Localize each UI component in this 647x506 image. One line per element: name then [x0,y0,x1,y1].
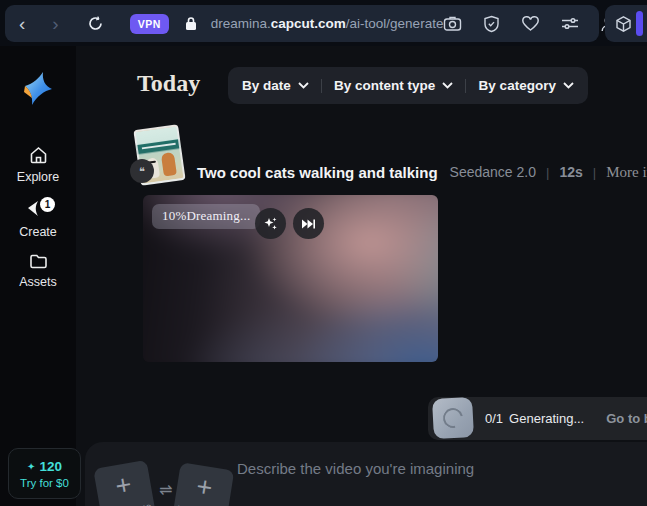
sidebar-item-create[interactable]: 1 Create [0,199,76,239]
prompt-composer-panel: + First frame ⇌ + Last frame Describe th… [85,442,647,506]
loading-spinner-icon [439,404,467,432]
heart-icon[interactable] [521,15,540,32]
more-info-link[interactable]: More info ⓘ [606,163,647,181]
filter-divider [321,79,322,93]
meta-divider: | [593,165,596,180]
generation-model: Seedance 2.0 [450,164,536,180]
skip-forward-icon [301,218,316,230]
chevron-down-icon [442,82,453,89]
create-icon: 1 [25,199,51,219]
generation-duration: 12s [559,164,582,180]
filter-label: By content type [334,78,435,93]
toolbar-actions [443,15,621,33]
sparkle-icon: ✦ [27,461,35,472]
filter-by-content-type[interactable]: By content type [334,78,453,93]
page-title: Today [137,70,200,97]
swap-frames-icon[interactable]: ⇌ [159,480,172,499]
enhance-button[interactable] [255,208,286,239]
url-prefix: dreamina. [211,16,271,31]
first-frame-label: First frame [103,501,152,506]
plus-icon: + [194,473,214,502]
url-bar[interactable]: dreamina.capcut.com/ai-tool/generate [211,16,444,31]
back-button[interactable]: ‹ [19,14,25,33]
generation-title: Two cool cats walking and talking [197,164,438,181]
generation-count: 0/1 [485,411,503,426]
app-sidebar: Explore 1 Create Assets [0,46,76,506]
chevron-down-icon [563,82,574,89]
filters-sliders-icon[interactable] [561,16,579,31]
lock-icon[interactable] [184,16,198,31]
filter-divider [465,79,466,93]
filter-bar: By date By content type By category [228,67,588,104]
dreamina-logo[interactable] [19,72,57,106]
sparkles-icon [263,216,279,232]
last-frame-upload-card[interactable]: + Last frame [170,462,235,506]
generation-progress-label: 10%Dreaming... [152,204,260,229]
credits-badge[interactable]: ✦ 120 Try for $0 [8,448,81,499]
cube-extension-icon[interactable] [615,15,632,33]
refresh-icon[interactable] [87,15,104,32]
quote-icon: ❝ [130,159,154,183]
filter-label: By date [242,78,291,93]
sidebar-toggle-bar[interactable] [636,11,643,36]
browser-toolbar: ‹ › VPN dreamina.capcut.com/ai-tool/gene… [0,0,647,46]
prompt-input[interactable]: Describe the video you're imagining [237,460,474,477]
url-path: /ai-tool/generate [346,16,444,31]
filter-label: By category [479,78,556,93]
storefront-sign [142,142,176,149]
sidebar-item-label: Assets [19,275,57,289]
url-domain: capcut.com [271,16,346,31]
toolbar-main: ‹ › VPN dreamina.capcut.com/ai-tool/gene… [5,5,599,42]
shield-check-icon[interactable] [483,15,500,33]
generation-meta-row: Two cool cats walking and talking Seedan… [197,161,647,183]
meta-divider: | [546,165,549,180]
video-generation-preview[interactable]: 10%Dreaming... [143,195,438,362]
orange-cat [161,152,177,177]
sidebar-item-label: Create [19,225,57,239]
skip-forward-button[interactable] [293,208,324,239]
generating-toast: 0/1 Generating... Go to bot [428,397,647,440]
forward-button[interactable]: › [52,14,58,33]
generation-status: Generating... [509,411,584,426]
go-to-bottom-link[interactable]: Go to bot [606,411,647,426]
sidebar-item-explore[interactable]: Explore [0,146,76,184]
app-window: ‹ › VPN dreamina.capcut.com/ai-tool/gene… [0,0,647,506]
credits-amount: 120 [39,459,62,474]
sidebar-item-label: Explore [17,170,59,184]
vpn-badge[interactable]: VPN [130,14,169,34]
sidebar-item-assets[interactable]: Assets [0,253,76,289]
folder-icon [29,253,48,269]
filter-by-category[interactable]: By category [479,78,574,93]
more-info-label: More info [606,164,647,181]
filter-by-date[interactable]: By date [242,78,309,93]
credits-amount-row: ✦ 120 [27,459,62,474]
camera-icon[interactable] [443,15,462,32]
credits-cta: Try for $0 [20,477,69,489]
home-icon [29,146,48,164]
extension-panel [605,5,647,42]
plus-icon: + [113,471,133,500]
chevron-down-icon [298,82,309,89]
first-frame-upload-card[interactable]: + First frame [93,460,159,506]
generating-thumbnail [432,397,474,439]
create-count-badge: 1 [40,197,55,212]
